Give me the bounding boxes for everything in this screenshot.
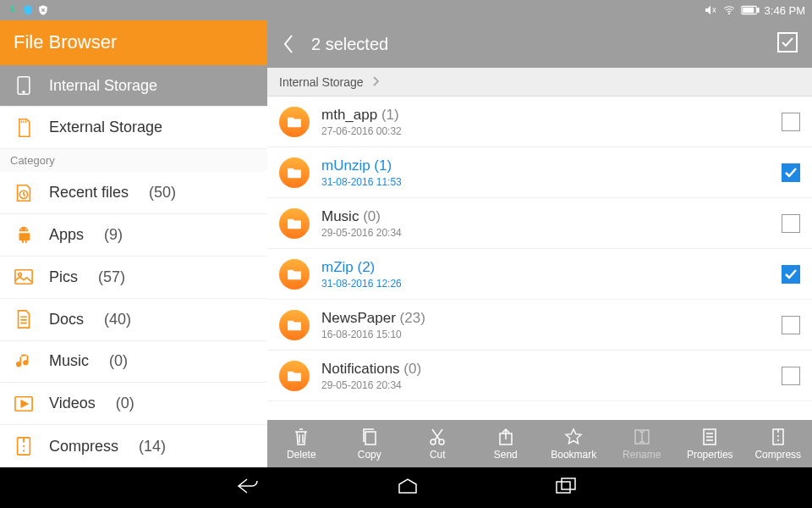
toolbar-bookmark-button[interactable]: Bookmark — [544, 428, 603, 461]
status-left-icons — [7, 4, 49, 16]
toolbar-label: Compress — [754, 449, 801, 461]
toolbar-label: Copy — [358, 449, 381, 461]
app-title: File Browser — [0, 20, 267, 65]
svg-point-10 — [19, 273, 22, 277]
sidebar-item-count: (14) — [139, 438, 166, 456]
file-info: NewsPaper (23)16-08-2016 15:10 — [321, 310, 770, 340]
checkbox[interactable] — [782, 265, 800, 284]
sidebar-item-count: (9) — [104, 226, 123, 244]
checkbox[interactable] — [782, 316, 800, 334]
folder-icon — [279, 259, 310, 290]
file-row[interactable]: mUnzip (1)31-08-2016 11:53 — [267, 147, 812, 198]
zip-icon — [771, 428, 785, 446]
nav-home-button[interactable] — [396, 478, 420, 498]
file-info: mZip (2)31-08-2016 12:26 — [321, 259, 770, 290]
checkbox[interactable] — [782, 214, 800, 233]
checkbox[interactable] — [782, 113, 800, 131]
video-icon — [14, 394, 34, 414]
svg-point-8 — [25, 229, 27, 231]
sidebar-item-videos[interactable]: Videos (0) — [0, 383, 267, 425]
file-name: mth_app (1) — [321, 107, 770, 124]
svg-rect-2 — [757, 8, 759, 13]
sidebar-item-recent[interactable]: Recent files (50) — [0, 172, 267, 214]
select-all-button[interactable] — [776, 31, 798, 58]
sidebar-item-count: (57) — [98, 268, 125, 286]
sidebar: File Browser Internal Storage External S… — [0, 20, 267, 467]
file-date: 27-06-2016 00:32 — [321, 125, 770, 137]
svg-point-0 — [728, 13, 729, 14]
sidebar-item-label: Internal Storage — [49, 77, 157, 95]
sidebar-item-compress[interactable]: Compress (14) — [0, 425, 267, 467]
file-name: mUnzip (1) — [321, 157, 770, 174]
usb-icon — [7, 4, 19, 16]
file-name: Music (0) — [321, 208, 770, 225]
breadcrumb: Internal Storage — [267, 68, 812, 97]
checkbox[interactable] — [782, 367, 800, 385]
folder-icon — [279, 208, 310, 239]
sidebar-item-label: Apps — [49, 226, 84, 244]
sidebar-item-apps[interactable]: Apps (9) — [0, 214, 267, 257]
file-date: 31-08-2016 12:26 — [321, 278, 770, 290]
sidebar-item-label: Docs — [49, 311, 84, 329]
file-row[interactable]: mth_app (1)27-06-2016 00:32 — [267, 97, 812, 147]
file-row[interactable]: Music (0)29-05-2016 20:34 — [267, 198, 812, 249]
toolbar-compress-button[interactable]: Compress — [749, 428, 808, 461]
toolbar-label: Send — [494, 449, 518, 461]
file-info: Notifications (0)29-05-2016 20:34 — [321, 361, 770, 391]
toolbar-label: Rename — [623, 449, 661, 461]
status-right-icons: 3:46 PM — [704, 3, 805, 17]
sidebar-item-count: (0) — [116, 395, 134, 412]
sidebar-item-internal-storage[interactable]: Internal Storage — [0, 65, 267, 108]
sidebar-item-label: External Storage — [49, 119, 162, 136]
status-bar: 3:46 PM — [0, 0, 812, 20]
android-nav-bar — [0, 467, 812, 508]
action-toolbar: DeleteCopyCutSendBookmarkRenamePropertie… — [267, 420, 812, 467]
recent-icon — [14, 183, 34, 203]
checkbox[interactable] — [782, 163, 800, 182]
file-info: mUnzip (1)31-08-2016 11:53 — [321, 157, 770, 188]
file-list[interactable]: mth_app (1)27-06-2016 00:32mUnzip (1)31-… — [267, 97, 812, 420]
toolbar-send-button[interactable]: Send — [476, 428, 535, 461]
folder-icon — [279, 107, 310, 137]
file-info: mth_app (1)27-06-2016 00:32 — [321, 107, 770, 137]
file-name: NewsPaper (23) — [321, 310, 770, 327]
back-button[interactable] — [281, 32, 296, 56]
file-date: 29-05-2016 20:34 — [321, 227, 770, 239]
music-icon — [14, 351, 34, 372]
svg-point-5 — [23, 91, 25, 93]
toolbar-copy-button[interactable]: Copy — [340, 428, 399, 461]
sidebar-item-external-storage[interactable]: External Storage — [0, 107, 267, 149]
image-icon — [14, 267, 34, 287]
toolbar-delete-button[interactable]: Delete — [272, 428, 331, 461]
toolbar-cut-button[interactable]: Cut — [408, 428, 467, 461]
sidebar-item-label: Recent files — [49, 184, 129, 202]
sidebar-item-label: Compress — [49, 438, 118, 456]
svg-rect-9 — [15, 270, 32, 284]
content-panel: 2 selected Internal Storage mth_app (1)2… — [267, 20, 812, 467]
file-date: 16-08-2016 15:10 — [321, 329, 770, 340]
wifi-icon — [722, 3, 736, 17]
nav-recent-button[interactable] — [555, 478, 577, 498]
shield-icon — [22, 4, 34, 16]
toolbar-rename-button: Rename — [612, 428, 672, 461]
sidebar-item-music[interactable]: Music (0) — [0, 341, 267, 384]
trash-icon — [293, 428, 310, 446]
android-icon — [14, 224, 34, 245]
nav-back-button[interactable] — [235, 477, 261, 499]
chevron-right-icon — [372, 75, 379, 89]
sidebar-item-label: Music — [49, 352, 89, 370]
file-date: 31-08-2016 11:53 — [321, 176, 770, 188]
file-name: Notifications (0) — [321, 361, 770, 378]
rename-icon — [634, 428, 650, 446]
file-row[interactable]: mZip (2)31-08-2016 12:26 — [267, 249, 812, 300]
breadcrumb-root[interactable]: Internal Storage — [279, 75, 364, 89]
sidebar-item-docs[interactable]: Docs (40) — [0, 299, 267, 341]
toolbar-properties-button[interactable]: Properties — [680, 428, 739, 461]
sidebar-item-count: (0) — [109, 352, 128, 370]
file-date: 29-05-2016 20:34 — [321, 379, 770, 391]
cut-icon — [429, 428, 446, 446]
file-row[interactable]: Notifications (0)29-05-2016 20:34 — [267, 351, 812, 401]
sidebar-item-pics[interactable]: Pics (57) — [0, 257, 267, 299]
file-row[interactable]: NewsPaper (23)16-08-2016 15:10 — [267, 300, 812, 351]
folder-icon — [279, 310, 310, 340]
